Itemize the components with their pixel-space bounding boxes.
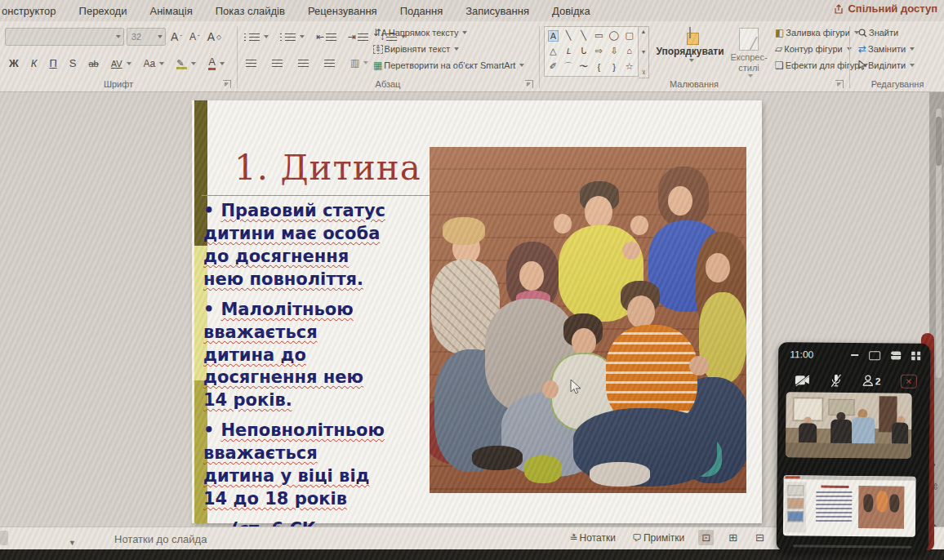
drawing-dialog-launcher[interactable] xyxy=(835,80,844,88)
ribbon-group-paragraph: ⇤ ⇥ ↕ ▥ ⇵AНапрямок тексту ⇕Вирівняти тек… xyxy=(240,21,536,91)
shapes-gallery[interactable]: A╲╲▭◯▢ △𝘓ᒐ⇨⇩⌂ ✐⌒〜{}☆ xyxy=(544,26,639,77)
align-right-button[interactable] xyxy=(296,59,311,68)
reading-view-button[interactable]: ⊟ xyxy=(752,530,768,545)
shrink-font-button[interactable]: Aˇ xyxy=(187,28,203,46)
numbering-button[interactable] xyxy=(278,33,307,42)
text-direction-button[interactable]: ⇵AНапрямок тексту xyxy=(371,27,527,38)
arrange-button[interactable]: Упорядкувати xyxy=(655,26,725,64)
tab-slideshow[interactable]: Показ слайдів xyxy=(204,2,296,20)
grow-font-button[interactable]: Aˆ xyxy=(168,28,185,46)
convert-smartart-button[interactable]: ▦Перетворити на об'єкт SmartArt xyxy=(371,60,527,71)
highlight-pen-icon: ✎ xyxy=(176,58,187,69)
ribbon-group-font: 32 Aˆ Aˇ A◇ Ж К П S ab AV Aa ✎ A Шрифт xyxy=(3,21,234,91)
underline-button[interactable]: П xyxy=(47,56,59,70)
vertical-scrollbar-thumb[interactable] xyxy=(936,117,942,166)
slide-canvas[interactable]: 1. Дитина •Правовий статус дитини має ос… xyxy=(192,100,762,523)
font-name-combo[interactable] xyxy=(5,28,124,46)
slide-photo-teenagers[interactable] xyxy=(430,147,746,493)
tab-help[interactable]: Довідка xyxy=(541,2,602,20)
align-text-button[interactable]: ⇕Вирівняти текст xyxy=(371,43,527,55)
bold-button[interactable]: Ж xyxy=(7,56,21,70)
mini-slide-text xyxy=(816,491,852,524)
camera-off-icon[interactable] xyxy=(795,374,811,386)
quick-styles-icon xyxy=(739,28,759,51)
title-divider xyxy=(202,195,435,196)
normal-view-icon: ⊡ xyxy=(701,531,710,544)
slide-body-text[interactable]: •Правовий статус дитини має особа до дос… xyxy=(203,200,440,560)
clear-formatting-button[interactable]: A◇ xyxy=(205,28,225,46)
split-view-icon[interactable] xyxy=(891,351,901,359)
decrease-indent-button[interactable]: ⇤ xyxy=(314,31,339,42)
shape-effects-icon: ❑ xyxy=(775,60,784,70)
call-time: 11:00 xyxy=(790,349,813,360)
mini-ppt-accent xyxy=(786,476,800,478)
double-strike-button[interactable]: ab xyxy=(86,58,100,69)
font-size-combo[interactable]: 32 xyxy=(127,28,166,46)
normal-view-button[interactable]: ⊡ xyxy=(698,530,714,545)
screenshare-thumbnail[interactable] xyxy=(783,475,916,537)
video-call-window[interactable]: 11:00 2 ✕ xyxy=(777,342,931,553)
screen: { "tabs": { "items": [ {"label":"онструк… xyxy=(0,0,944,560)
participants-icon xyxy=(862,374,875,387)
comments-icon: 🗩 xyxy=(632,533,642,543)
video-thumbnail-classroom[interactable] xyxy=(786,392,912,459)
highlight-color-button[interactable]: ✎ xyxy=(174,57,198,70)
find-button[interactable]: Знайти xyxy=(856,27,917,38)
font-color-button[interactable]: A xyxy=(206,56,227,71)
phone-home-bar xyxy=(793,544,912,549)
smartart-icon: ▦ xyxy=(373,60,382,70)
shape-outline-icon: ▱ xyxy=(775,44,782,54)
status-notes-button[interactable]: ≛Нотатки xyxy=(568,531,618,544)
select-button[interactable]: Виділити xyxy=(856,60,917,71)
align-text-icon: ⇕ xyxy=(373,45,383,54)
grid-view-icon[interactable] xyxy=(911,351,920,360)
tab-animations[interactable]: Анімація xyxy=(138,2,203,20)
end-call-button[interactable]: ✕ xyxy=(901,374,917,388)
justify-button[interactable] xyxy=(322,59,337,68)
scroll-corner xyxy=(0,531,8,545)
minimize-icon[interactable] xyxy=(851,354,858,356)
share-icon xyxy=(834,4,844,14)
tab-design[interactable]: онструктор xyxy=(0,2,68,20)
search-icon xyxy=(858,29,867,38)
change-case-button[interactable]: Aa xyxy=(141,57,167,70)
character-spacing-button[interactable]: AV xyxy=(109,58,134,69)
notes-pane-placeholder[interactable]: Нотатки до слайда xyxy=(114,533,207,545)
tab-view[interactable]: Подання xyxy=(389,2,455,20)
slide-title[interactable]: 1. Дитина xyxy=(234,148,439,188)
ribbon-tab-row: онструктор Переходи Анімація Показ слайд… xyxy=(0,0,944,21)
bullets-button[interactable] xyxy=(242,33,271,42)
font-dialog-launcher[interactable] xyxy=(223,80,231,88)
replace-button[interactable]: ⇄ Замінити xyxy=(856,43,917,55)
mouse-cursor xyxy=(570,380,583,396)
slide-sorter-view-button[interactable]: ⊞ xyxy=(725,530,741,545)
arrange-icon xyxy=(681,28,699,45)
slide-sorter-icon: ⊞ xyxy=(728,531,737,544)
ribbon-group-drawing: A╲╲▭◯▢ △𝘓ᒐ⇨⇩⌂ ✐⌒〜{}☆ ▲▼⊻ Упорядкувати Ек… xyxy=(542,21,846,91)
pip-window-icon[interactable] xyxy=(869,351,880,360)
paragraph-dialog-launcher[interactable] xyxy=(525,80,533,88)
align-left-button[interactable] xyxy=(243,59,259,68)
tab-transitions[interactable]: Переходи xyxy=(68,2,139,20)
shapes-gallery-scroll[interactable]: ▲▼⊻ xyxy=(639,26,649,78)
strikethrough-button[interactable]: S xyxy=(67,56,79,70)
mini-slide-photo xyxy=(858,486,905,529)
notes-collapse-chevron-icon[interactable]: ▼ xyxy=(69,539,76,547)
select-cursor-icon xyxy=(858,60,866,70)
mini-titlebar xyxy=(784,475,916,481)
italic-button[interactable]: К xyxy=(29,56,40,70)
ribbon: 32 Aˆ Aˇ A◇ Ж К П S ab AV Aa ✎ A Шрифт ⇤… xyxy=(0,21,944,92)
tab-record[interactable]: Записування xyxy=(454,2,541,20)
quick-styles-button[interactable]: Експрес-стилі xyxy=(724,26,774,79)
status-comments-button[interactable]: 🗩Примітки xyxy=(630,531,687,544)
tab-review[interactable]: Рецензування xyxy=(296,2,389,20)
increase-indent-button[interactable]: ⇥ xyxy=(345,31,371,42)
align-center-button[interactable] xyxy=(269,59,285,68)
columns-button[interactable]: ▥ xyxy=(348,57,371,69)
share-button[interactable]: Спільний доступ xyxy=(834,2,937,15)
classroom-desks xyxy=(786,442,911,459)
reading-view-icon: ⊟ xyxy=(755,531,764,544)
notes-icon: ≛ xyxy=(570,533,578,543)
mic-muted-icon[interactable] xyxy=(830,373,842,387)
participants-button[interactable]: 2 xyxy=(862,374,881,387)
